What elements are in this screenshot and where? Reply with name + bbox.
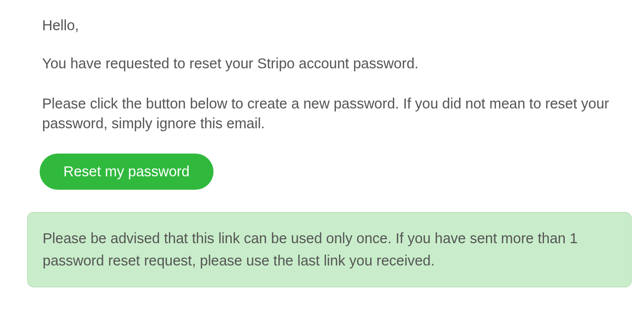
reset-password-button[interactable]: Reset my password xyxy=(40,154,214,190)
email-body: Hello, You have requested to reset your … xyxy=(42,17,617,287)
greeting-text: Hello, xyxy=(42,17,617,34)
advisory-text: Please be advised that this link can be … xyxy=(43,227,616,272)
advisory-notice: Please be advised that this link can be … xyxy=(27,212,632,287)
instruction-paragraph: Please click the button below to create … xyxy=(42,94,617,134)
intro-paragraph: You have requested to reset your Stripo … xyxy=(42,53,617,74)
